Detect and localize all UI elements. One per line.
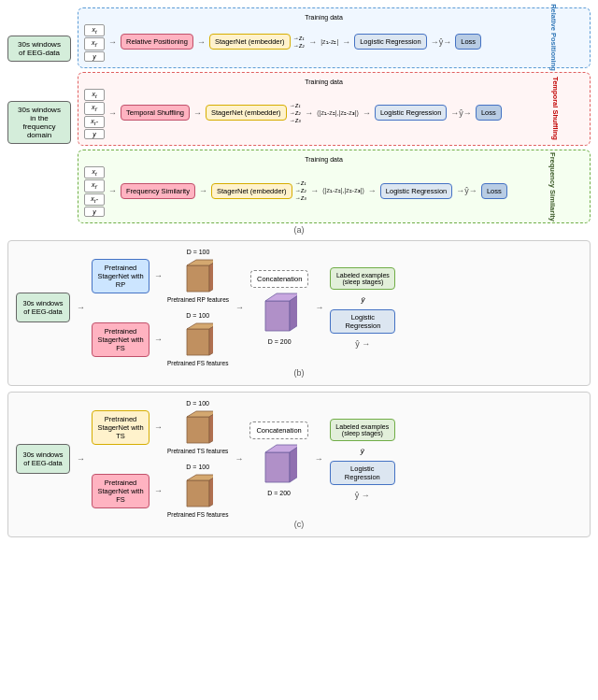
relative-positioning-row: Relative Positioning Training data xt xt… [78,7,591,68]
c-fs-d: D = 100 [186,464,209,470]
arrow4: → [341,37,351,47]
c-concat-cuboid [262,441,297,488]
c-fs-row: Pretrained StagerNet with FS → D = 100 P… [92,464,228,518]
ts-flow: xt xt' xt'' y → Temporal Shuffling → Sta… [84,87,563,139]
ts-label: Temporal Shuffling [552,77,561,140]
rp-inputs: xt xt' y [84,24,105,62]
b-rp-arrow: → [153,271,164,280]
b-inner: 30s windows of EEG-data → Pretrained Sta… [16,249,582,366]
b-rp-d: D = 100 [187,249,210,255]
b-fs-d: D = 100 [186,312,209,319]
b-pretrained-rows: Pretrained StagerNet with RP → D = 100 P… [92,249,229,366]
svg-marker-1 [187,260,213,265]
b-rp-cuboid [183,256,213,295]
rp-z-labels: →z₁ →z₂ [293,35,306,50]
c-ts-d: D = 100 [186,400,209,407]
ts-loss-box: Loss [476,105,502,121]
freq-windows-box: 30s windows in the frequency domain [7,101,71,144]
c-ts-pretrained: Pretrained StagerNet with TS [92,410,150,445]
b-fs-arrow: → [153,335,164,344]
fs-arrow5: →ŷ→ [455,186,478,195]
b-fs-feature: Pretrained FS features [167,360,228,366]
ts-arrow4: → [362,108,372,118]
svg-marker-4 [187,323,213,329]
svg-marker-15 [265,452,290,482]
ts-lr-box: Logistic Regression [375,105,447,121]
fs-lr-box: Logistic Regression [380,183,452,199]
ts-z-labels: →z₁ →z₂ →z₃ [290,102,302,124]
fs-yellow-box: StagerNet (embedder) [211,183,292,199]
svg-marker-10 [187,411,213,417]
rp-math: |z₁-z₂| [320,38,338,46]
ts-math: (|z₁-z₂|,|z₂-z₃|) [317,109,359,117]
main-container: 30s windows of EEG-data 30s windows in t… [0,0,598,545]
svg-marker-12 [187,480,209,507]
ts-arrow2: → [192,108,203,118]
caption-b: (b) [16,368,582,378]
ts-arrow3: → [304,108,314,118]
frequency-similarity-row: Frequency Similarity Training data xt xt… [78,150,591,223]
rp-yellow-box: StagerNet (embedder) [209,34,291,50]
c-labeled-box: Labeled examples (sleep stages) [330,419,395,441]
part-a: 30s windows of EEG-data 30s windows in t… [7,7,591,235]
b-d200: D = 200 [268,338,292,345]
eeg-windows-box: 30s windows of EEG-data [7,36,71,62]
fs-arrow2: → [198,186,208,195]
c-arrow0: → [76,454,86,464]
c-ts-row: Pretrained StagerNet with TS → D = 100 P… [92,400,228,454]
fs-arrow3: → [309,186,320,195]
fs-z-labels: →z₁ →z₂ →z₃ [295,179,307,202]
fs-loss-box: Loss [481,183,507,199]
c-fs-arrow: → [153,486,164,495]
c-ts-feature: Pretrained TS features [167,448,228,454]
b-labeled-box: Labeled examples (sleep stages) [330,267,395,290]
b-rp-pretrained: Pretrained StagerNet with RP [92,259,150,293]
c-pretrained-rows: Pretrained StagerNet with TS → D = 100 P… [92,400,228,518]
b-fs-row: Pretrained StagerNet with FS → D = 100 P… [92,312,229,366]
b-concat-area: Concatenation D = 200 [250,270,308,345]
b-rp-row: Pretrained StagerNet with RP → D = 100 P… [92,249,229,303]
ts-arrow5: →ŷ→ [449,108,473,118]
ts-arrow1: → [107,108,118,118]
fs-input-y: y [84,207,105,217]
training-label-3: Training data [84,156,563,163]
c-y-label: ŷ [361,447,364,455]
c-out-arrow: ŷ → [354,491,371,500]
rp-loss-box: Loss [455,34,481,50]
c-d200: D = 200 [267,490,291,496]
rp-label: Relative Positioning [550,5,559,72]
svg-marker-6 [265,301,290,331]
c-right-arrow: → [314,454,324,464]
b-fs-pretrained: Pretrained StagerNet with FS [92,322,150,357]
b-rp-feature: Pretrained RP features [167,296,229,303]
arrow3: → [307,37,318,47]
svg-marker-3 [187,329,209,355]
rp-pink-box: Relative Positioning [121,34,193,50]
fs-arrow1: → [107,186,118,195]
ts-input-xt2: xt' [84,102,105,114]
training-label-2: Training data [84,79,563,85]
b-concat-cuboid [262,290,297,336]
c-fs-pretrained: Pretrained StagerNet with FS [92,474,150,508]
c-concat-area: Concatenation D = 200 [249,421,307,496]
caption-a: (a) [7,225,591,235]
b-concat-box: Concatenation [250,270,308,288]
c-fs-feature: Pretrained FS features [167,511,228,518]
svg-marker-13 [187,475,213,480]
rp-lr-box: Logistic Regression [354,34,426,50]
c-fs-cuboid [183,471,213,510]
input-y1: y [84,51,105,62]
fs-arrow4: → [367,186,377,195]
input-xt2: xt' [84,37,105,50]
c-inner: 30s windows of EEG-data → Pretrained Sta… [16,400,582,518]
ts-input-y: y [84,129,105,139]
c-right-col: Labeled examples (sleep stages) ŷ Logist… [330,419,395,500]
fs-inputs: xt xt' xt'' y [84,166,105,217]
b-lr-box: Logistic Regression [330,309,395,334]
ts-input-xt: xt [84,89,105,101]
b-right-arrow: → [314,303,324,312]
b-left-box: 30s windows of EEG-data [16,293,70,322]
training-label-1: Training data [84,14,563,21]
b-out-arrow: ŷ → [354,339,371,349]
c-concat-box: Concatenation [249,421,307,439]
